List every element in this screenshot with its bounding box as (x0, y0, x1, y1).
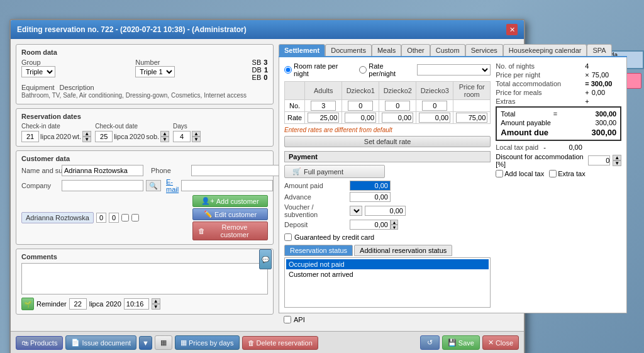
set-default-rate-button[interactable]: Set default rate (284, 136, 491, 147)
days-input[interactable] (173, 131, 191, 142)
dziecko3-rate-input[interactable] (419, 113, 450, 123)
days-label: Days (173, 123, 201, 130)
discount-input[interactable] (588, 155, 610, 165)
checkin-spin-down[interactable]: ▼ (82, 137, 91, 142)
checkout-spin-up[interactable]: ▲ (160, 131, 169, 137)
checkout-spin-down[interactable]: ▼ (160, 137, 169, 142)
room-rate-radio[interactable] (284, 66, 292, 74)
days-spin-down[interactable]: ▼ (192, 137, 201, 142)
extra-tax-label[interactable]: Extra tax (549, 170, 585, 177)
dialog-close-button[interactable]: ✕ (506, 24, 518, 35)
adults-no-input[interactable] (311, 101, 336, 111)
checkout-day-input[interactable] (95, 131, 113, 142)
price-per-night-row: Price per night × 75,00 (496, 71, 621, 79)
reminder-icon[interactable]: 🌱 (21, 298, 34, 310)
person-rate-radio[interactable] (359, 66, 367, 74)
full-payment-button[interactable]: 🛒 Full payment (284, 165, 385, 178)
dziecko1-rate-input[interactable] (345, 113, 376, 123)
adults-rate-input[interactable] (308, 113, 339, 123)
comments-textarea[interactable] (21, 263, 268, 294)
checkin-day-input[interactable] (21, 131, 39, 142)
api-checkbox[interactable] (284, 316, 291, 323)
dziecko2-rate-input[interactable] (382, 113, 413, 123)
summary-section: No. of nights 4 Price per night × 75,00 … (496, 62, 621, 177)
price-room-input[interactable] (456, 113, 487, 123)
comments-title: Comments (21, 253, 268, 261)
products-button[interactable]: 🛍 Products (16, 336, 63, 350)
reminder-time-input[interactable] (124, 298, 149, 310)
company-input[interactable] (62, 180, 143, 191)
customer-check2[interactable] (131, 214, 139, 221)
checkin-spin-up[interactable]: ▲ (82, 131, 91, 137)
deposit-up-btn[interactable]: ▲ (391, 220, 398, 225)
checkin-year-text: 2020 (56, 133, 71, 140)
deposit-label: Deposit (284, 221, 347, 228)
email-link[interactable]: E-mail (166, 178, 179, 193)
reminder-spin-up[interactable]: ▲ (152, 298, 160, 304)
row-rate-label: Rate (285, 112, 305, 124)
deposit-input[interactable] (350, 220, 391, 230)
advance-input[interactable] (350, 192, 391, 202)
extra-tax-checkbox[interactable] (549, 170, 557, 177)
amount-due-label: Amount due (501, 128, 548, 137)
res-status-tab1[interactable]: Reservation status (284, 245, 353, 256)
room-rate-option[interactable]: Room rate per night (284, 62, 353, 77)
amount-paid-input[interactable] (350, 181, 391, 191)
dziecko1-no-input[interactable] (348, 101, 373, 111)
add-local-tax-checkbox[interactable] (496, 170, 503, 177)
row-no-label: No. (285, 100, 305, 112)
balloon-icon[interactable]: 💬 (259, 249, 272, 269)
days-spin-up[interactable]: ▲ (192, 131, 201, 137)
add-customer-button[interactable]: 👤+ Add customer (192, 195, 268, 207)
discount-spin-down[interactable]: ▼ (613, 160, 621, 166)
company-label: Company (21, 182, 59, 189)
edit-customer-button[interactable]: ✏️ Edit customer (192, 208, 268, 220)
customer-check1[interactable] (121, 214, 129, 221)
add-local-tax-label[interactable]: Add local tax (496, 170, 544, 177)
reminder-date-input[interactable] (69, 298, 87, 310)
tab-custom[interactable]: Custom (430, 44, 465, 56)
tab-spa[interactable]: SPA (587, 44, 611, 56)
reminder-spin-down[interactable]: ▼ (152, 304, 160, 310)
res-status-item-1[interactable]: Customer not arrived (286, 269, 489, 279)
dziecko2-no-input[interactable] (385, 101, 410, 111)
description-label: Description (60, 84, 94, 91)
discount-label: Discount for accommodation [%] (496, 153, 586, 168)
restore-button[interactable]: ↺ (420, 335, 440, 350)
save-button[interactable]: 💾 Save (442, 335, 480, 350)
voucher-input[interactable] (365, 206, 406, 216)
tab-services[interactable]: Services (465, 44, 503, 56)
voucher-type-select[interactable]: ▼ (350, 206, 362, 216)
reminder-month: lipca (89, 300, 104, 308)
person-rate-option[interactable]: Rate per/night (359, 62, 411, 77)
total-eq: = (553, 110, 557, 118)
res-status-item-0[interactable]: Occupied not paid (286, 259, 489, 269)
group-select[interactable]: Triple (21, 66, 55, 77)
calendar-view-button[interactable]: ▦ (155, 335, 172, 350)
tab-other[interactable]: Other (401, 44, 430, 56)
email-input[interactable] (181, 180, 273, 191)
close-button[interactable]: ✕ Close (482, 335, 519, 350)
tab-documents[interactable]: Documents (325, 44, 372, 56)
res-status-tab2[interactable]: Additional reservation status (354, 245, 452, 256)
number-select[interactable]: Triple 1 (135, 66, 175, 77)
issue-document-button[interactable]: 📄 Issue document (65, 335, 136, 350)
prices-by-days-button[interactable]: ▦ Prices by days (175, 335, 240, 350)
phone-input[interactable] (191, 165, 283, 176)
discount-spin-up[interactable]: ▲ (613, 155, 621, 160)
tab-housekeeping[interactable]: Housekeeping calendar (503, 44, 587, 56)
deposit-down-btn[interactable]: ▼ (391, 225, 398, 230)
dziecko3-no-input[interactable] (422, 101, 447, 111)
issue-document-dropdown[interactable]: ▼ (139, 336, 152, 350)
search-company-btn[interactable]: 🔍 (146, 180, 161, 191)
remove-customer-button[interactable]: 🗑 Remove customer (192, 221, 268, 240)
name-input[interactable] (62, 165, 143, 176)
tab-settlement[interactable]: Settlement (279, 44, 325, 56)
payment-rows: Amount paid Advance Voucher / subvention (284, 181, 491, 230)
amount-paid-label: Amount paid (284, 182, 347, 189)
room-group-col: Group Triple (21, 59, 130, 77)
tab-meals[interactable]: Meals (372, 44, 401, 56)
rate-dropdown[interactable] (417, 64, 491, 76)
delete-reservation-button[interactable]: 🗑 Delete reservation (242, 336, 318, 350)
credit-card-checkbox[interactable] (284, 233, 292, 241)
